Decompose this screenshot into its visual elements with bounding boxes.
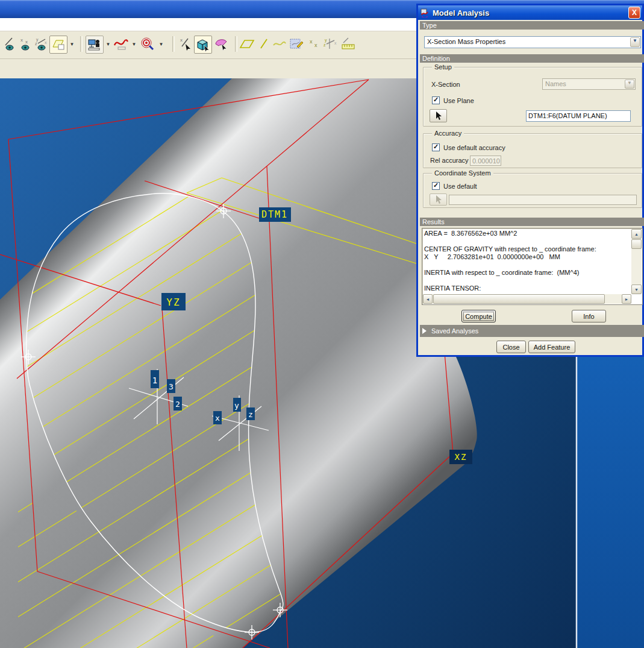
datum-csys-icon[interactable]: yz x — [322, 36, 339, 52]
cursor-arrow-icon — [434, 195, 443, 204]
scroll-left-icon[interactable]: ◄ — [423, 294, 433, 304]
label-axis-y[interactable]: y — [233, 398, 241, 412]
svg-text:x: x — [20, 37, 23, 43]
analysis-type-value: X-Section Mass Properties — [427, 38, 505, 45]
model-analysis-dialog: Model Analysis X Type X-Section Mass Pro… — [416, 4, 644, 357]
cursor-arrow-icon — [434, 111, 443, 121]
curve-analysis-icon[interactable] — [113, 36, 130, 52]
use-default-accuracy-label: Use default accuracy — [443, 144, 505, 151]
toolbar-separator — [172, 36, 175, 52]
svg-text:x: x — [314, 42, 317, 48]
results-line: INERTIA with respect to _ coordinate fra… — [424, 269, 630, 277]
expand-right-icon[interactable] — [422, 328, 427, 334]
toolbar-separator — [235, 36, 237, 52]
use-plane-checkbox[interactable] — [432, 96, 440, 104]
svg-text:z: z — [35, 42, 37, 46]
label-axis-x[interactable]: x — [213, 411, 222, 424]
svg-text:x: x — [25, 39, 28, 45]
results-vscrollbar[interactable]: ▲ ▼ — [631, 229, 642, 294]
results-hscrollbar[interactable]: ◄ ► — [423, 294, 631, 304]
datum-plane-icon[interactable] — [239, 36, 255, 52]
saved-analyses-bar[interactable]: Saved Analyses — [420, 325, 644, 337]
select-geometry-icon[interactable] — [194, 36, 212, 54]
svg-text:DTM1: DTM1 — [261, 209, 288, 220]
chevron-down-icon[interactable]: ▼ — [158, 41, 164, 48]
setup-legend: Setup — [432, 63, 454, 71]
plane-display-icon[interactable] — [49, 36, 67, 54]
scroll-right-icon[interactable]: ► — [622, 294, 631, 304]
xsection-names-value: Names — [545, 80, 566, 87]
scroll-up-icon[interactable]: ▲ — [631, 229, 642, 239]
svg-text:YZ: YZ — [166, 297, 180, 308]
label-axis-3[interactable]: 3 — [167, 379, 175, 393]
svg-text:y: y — [234, 401, 239, 410]
use-default-csys-label: Use default — [443, 183, 477, 190]
results-line: INERTIA TENSOR: — [424, 285, 630, 292]
type-section-header: Type — [420, 21, 644, 30]
hscroll-thumb[interactable] — [433, 294, 605, 304]
model-analysis-icon — [420, 8, 430, 17]
vscroll-thumb[interactable] — [631, 239, 642, 249]
select-axis-icon[interactable]: x — [177, 36, 194, 52]
axis-display-icon[interactable] — [1, 36, 18, 52]
chevron-down-icon[interactable]: ▼ — [131, 41, 137, 48]
select-surface-icon[interactable] — [213, 36, 230, 52]
xsection-names-dropdown: Names ▼ — [542, 78, 636, 90]
plane-selector-button[interactable] — [430, 109, 447, 122]
label-xz[interactable]: XZ — [449, 450, 472, 464]
rel-accuracy-field: 0.000010 — [470, 156, 501, 166]
accuracy-legend: Accuracy — [432, 130, 464, 137]
proe-window: { "toolbar": { "groups": [ {"icons": ["a… — [0, 0, 644, 648]
svg-text:x: x — [334, 41, 337, 45]
point-display-icon[interactable]: xx — [17, 36, 34, 52]
svg-text:x: x — [215, 414, 220, 423]
compute-button[interactable]: Compute — [461, 310, 496, 322]
svg-text:1: 1 — [152, 376, 157, 385]
label-axis-2[interactable]: 2 — [174, 397, 182, 411]
analysis-measure-icon[interactable] — [86, 36, 104, 54]
results-line: AREA = 8.3676562e+03 MM^2 — [424, 230, 630, 237]
results-line: X Y 2.7063281e+01 0.0000000e+00 MM — [424, 253, 630, 261]
background-window-panel — [577, 357, 644, 648]
csys-display-icon[interactable]: yz x — [33, 36, 50, 52]
svg-text:z: z — [324, 43, 326, 47]
measure-ruler-icon[interactable] — [340, 36, 357, 52]
dialog-titlebar[interactable]: Model Analysis — [418, 5, 642, 20]
label-yz[interactable]: YZ — [161, 293, 186, 310]
add-feature-button[interactable]: Add Feature — [528, 341, 575, 353]
close-button[interactable]: Close — [496, 341, 526, 353]
svg-text:XZ: XZ — [455, 452, 467, 462]
chevron-down-icon: ▼ — [625, 80, 634, 89]
results-text[interactable]: AREA = 8.3676562e+03 MM^2 CENTER OF GRAV… — [424, 230, 630, 293]
datum-point-icon[interactable]: xx — [307, 36, 324, 52]
xsection-label: X-Section — [431, 81, 460, 88]
label-dtm1[interactable]: DTM1 — [259, 207, 291, 222]
chevron-down-icon[interactable]: ▼ — [105, 41, 111, 48]
accuracy-group: Accuracy Use default accuracy Rel accura… — [423, 133, 642, 168]
results-line — [424, 277, 630, 285]
results-box: AREA = 8.3676562e+03 MM^2 CENTER OF GRAV… — [422, 228, 643, 305]
svg-text:x: x — [180, 37, 183, 43]
setup-group: Setup X-Section Names ▼ Use Plane DTM1:F… — [423, 67, 642, 127]
inspect-target-icon[interactable] — [139, 36, 156, 52]
datum-axis-icon[interactable] — [255, 36, 272, 52]
sketch-tool-icon[interactable] — [288, 36, 305, 52]
datum-curve-icon[interactable] — [271, 36, 288, 52]
info-button[interactable]: Info — [572, 310, 606, 322]
use-default-csys-checkbox[interactable] — [432, 182, 440, 190]
label-axis-z[interactable]: z — [246, 407, 255, 420]
coordinate-system-group: Coordinate System Use default — [423, 173, 642, 208]
close-icon[interactable]: X — [628, 7, 640, 19]
analysis-type-dropdown[interactable]: X-Section Mass Properties ▼ — [424, 36, 641, 48]
use-default-accuracy-checkbox[interactable] — [432, 143, 440, 151]
csys-reference-field — [449, 195, 637, 205]
coordinate-system-legend: Coordinate System — [432, 169, 493, 177]
chevron-down-icon[interactable]: ▼ — [630, 37, 640, 47]
scroll-down-icon[interactable]: ▼ — [631, 285, 642, 294]
chevron-down-icon[interactable]: ▼ — [69, 41, 75, 48]
results-section-header: Results — [420, 218, 644, 226]
svg-text:2: 2 — [175, 400, 180, 409]
plane-reference-field[interactable]: DTM1:F6(DATUM PLANE) — [526, 110, 631, 122]
label-axis-1[interactable]: 1 — [151, 370, 159, 388]
svg-text:3: 3 — [169, 382, 174, 391]
